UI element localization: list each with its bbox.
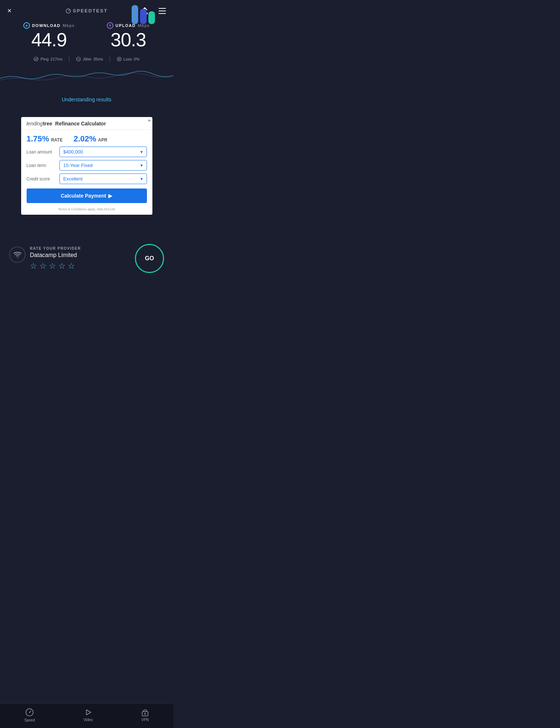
loan-term-select[interactable]: 15-Year Fixed ▾ — [59, 160, 147, 171]
close-icon[interactable]: × — [7, 7, 12, 15]
upload-block: UPLOAD Mbps 30.3 — [107, 22, 150, 49]
svg-rect-2 — [159, 11, 166, 11]
rate-label: RATE — [51, 137, 63, 143]
jitter-value: 35ms — [93, 57, 103, 61]
loss-stat: Loss 0% — [111, 57, 145, 62]
header-actions — [141, 7, 166, 15]
wifi-icon — [13, 251, 22, 258]
credit-score-value: Excellent — [63, 176, 83, 182]
calculate-payment-label: Calculate Payment — [61, 193, 106, 199]
download-value: 44.9 — [23, 30, 75, 49]
menu-icon[interactable] — [159, 8, 166, 14]
svg-rect-3 — [159, 13, 166, 14]
apr-item: 2.02% APR — [74, 134, 108, 144]
app-title: SPEEDTEST — [66, 8, 108, 13]
provider-name: Datacamp Limited — [30, 252, 81, 258]
speedtest-logo-icon — [66, 8, 71, 13]
ad-rates: 1.75% RATE 2.02% APR — [21, 130, 152, 147]
ping-stat: Ping 217ms — [28, 57, 68, 62]
bars-graphic — [132, 3, 155, 24]
ad-logo: lendingtree — [27, 121, 52, 126]
credit-score-label: Credit score — [27, 176, 59, 182]
loan-term-label: Loan term — [27, 163, 59, 168]
ad-header: lendingtree Refinance Calculator — [21, 117, 152, 130]
star-2[interactable]: ☆ — [39, 261, 47, 271]
svg-rect-1 — [159, 8, 166, 9]
calculate-payment-button[interactable]: Calculate Payment ▶ — [27, 188, 147, 203]
star-5[interactable]: ☆ — [68, 261, 75, 271]
apr-percent: 2.02% — [74, 134, 96, 144]
jitter-label: Jitter — [83, 57, 92, 61]
upload-value: 30.3 — [107, 30, 150, 49]
download-label: DOWNLOAD Mbps — [23, 22, 75, 29]
svg-point-4 — [34, 57, 38, 61]
star-4[interactable]: ☆ — [58, 261, 66, 271]
loss-value: 0% — [134, 57, 140, 61]
ad-title: Refinance Calculator — [55, 121, 106, 126]
wifi-circle — [9, 246, 26, 263]
understanding-results-link[interactable]: Understanding results — [0, 86, 173, 110]
download-text: DOWNLOAD — [32, 23, 61, 28]
bar-3 — [148, 11, 155, 24]
loan-amount-row: Loan amount $400,000 ▾ — [27, 147, 147, 157]
loan-amount-chevron: ▾ — [140, 149, 143, 155]
download-block: DOWNLOAD Mbps 44.9 — [23, 22, 75, 49]
bar-2 — [140, 9, 147, 24]
rate-section: RATE YOUR PROVIDER Datacamp Limited ☆ ☆ … — [0, 222, 173, 284]
ad-fields: Loan amount $400,000 ▾ Loan term 15-Year… — [21, 147, 152, 184]
rate-percent: 1.75% — [27, 134, 49, 144]
cta-arrow-icon: ▶ — [108, 193, 112, 199]
ad-container: ▶ lendingtree Refinance Calculator 1.75%… — [21, 117, 152, 215]
rate-item: 1.75% RATE — [27, 134, 63, 144]
download-icon — [23, 22, 30, 29]
ad-footer-text: Terms & Conditions apply. NMLS#1136 — [21, 206, 152, 215]
loan-amount-select[interactable]: $400,000 ▾ — [59, 147, 147, 157]
loan-amount-value: $400,000 — [63, 149, 83, 155]
ping-label: Ping — [40, 57, 48, 61]
rate-left: RATE YOUR PROVIDER Datacamp Limited ☆ ☆ … — [9, 246, 81, 271]
credit-score-select[interactable]: Excellent ▾ — [59, 174, 147, 184]
go-button[interactable]: GO — [135, 244, 164, 273]
loss-label: Loss — [124, 57, 132, 61]
upload-icon — [107, 22, 113, 29]
header: × SPEEDTEST — [0, 0, 173, 19]
svg-point-7 — [17, 257, 18, 257]
star-1[interactable]: ☆ — [30, 261, 37, 271]
jitter-icon — [76, 57, 81, 62]
wave-graphic — [0, 67, 173, 86]
ping-icon — [34, 57, 39, 62]
loss-icon — [117, 57, 122, 62]
bar-1 — [132, 5, 138, 24]
star-rating[interactable]: ☆ ☆ ☆ ☆ ☆ — [30, 261, 81, 271]
credit-score-row: Credit score Excellent ▾ — [27, 174, 147, 184]
download-unit: Mbps — [63, 23, 75, 28]
loan-term-row: Loan term 15-Year Fixed ▾ — [27, 160, 147, 171]
apr-label: APR — [98, 137, 107, 143]
rate-info: RATE YOUR PROVIDER Datacamp Limited ☆ ☆ … — [30, 246, 81, 271]
loan-amount-label: Loan amount — [27, 149, 59, 155]
rate-your-provider-label: RATE YOUR PROVIDER — [30, 246, 81, 250]
ad-indicator: ▶ — [148, 118, 151, 122]
credit-score-chevron: ▾ — [140, 176, 143, 182]
stats-row: Ping 217ms | Jitter 35ms | Loss 0% — [0, 52, 173, 66]
jitter-stat: Jitter 35ms — [70, 57, 109, 62]
ping-value: 217ms — [50, 57, 62, 61]
loan-term-chevron: ▾ — [140, 163, 143, 168]
star-3[interactable]: ☆ — [49, 261, 56, 271]
close-button[interactable]: × — [7, 7, 12, 15]
loan-term-value: 15-Year Fixed — [63, 163, 93, 168]
